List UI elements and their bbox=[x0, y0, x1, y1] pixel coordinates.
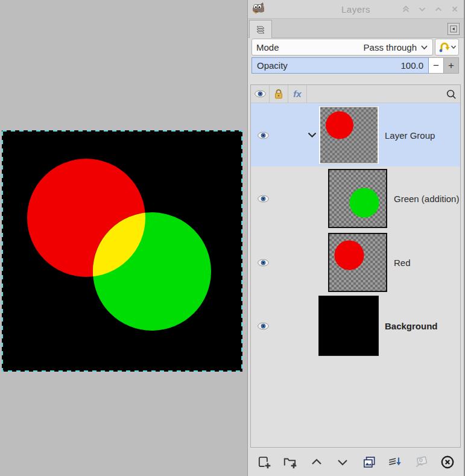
eye-icon bbox=[257, 195, 270, 203]
opacity-decrease-button[interactable]: − bbox=[429, 57, 444, 74]
collapse-dock-icon[interactable] bbox=[400, 4, 411, 14]
image-canvas[interactable] bbox=[2, 130, 242, 372]
search-layers-button[interactable] bbox=[442, 85, 460, 103]
visibility-toggle[interactable] bbox=[257, 322, 270, 330]
layer-name[interactable]: Red bbox=[394, 257, 411, 267]
lock-icon bbox=[274, 89, 283, 100]
visibility-toggle[interactable] bbox=[257, 258, 270, 267]
layers-toolbar bbox=[248, 448, 464, 476]
layer-row-red[interactable]: Red bbox=[251, 230, 460, 294]
layer-list: fx bbox=[250, 84, 461, 448]
eye-icon bbox=[254, 90, 267, 98]
raise-layer-button[interactable] bbox=[308, 453, 326, 471]
layer-name[interactable]: Layer Group bbox=[385, 130, 435, 140]
duplicate-layer-icon bbox=[361, 454, 377, 470]
eye-icon bbox=[257, 132, 270, 139]
merge-down-button[interactable] bbox=[386, 453, 404, 471]
delete-layer-button[interactable] bbox=[438, 453, 457, 471]
layer-row-green[interactable]: Green (addition) bbox=[251, 167, 460, 230]
list-header: fx bbox=[251, 85, 460, 103]
new-layer-icon bbox=[256, 454, 272, 470]
effects-column-header[interactable]: fx bbox=[288, 85, 307, 103]
merge-down-icon bbox=[387, 454, 403, 470]
mode-value: Pass through bbox=[364, 42, 417, 52]
opacity-value: 100.0 bbox=[400, 60, 423, 71]
duplicate-layer-button[interactable] bbox=[360, 453, 378, 471]
visibility-toggle[interactable] bbox=[257, 194, 270, 203]
tab-menu-button[interactable] bbox=[448, 23, 460, 35]
chevron-down-icon bbox=[335, 455, 350, 469]
opacity-row: Opacity 100.0 − + bbox=[251, 57, 459, 74]
delete-layer-icon bbox=[440, 454, 455, 470]
visibility-column-header[interactable] bbox=[251, 85, 270, 103]
chevron-up-icon bbox=[309, 455, 324, 469]
shade-up-icon[interactable] bbox=[433, 4, 444, 14]
anchor-layer-button[interactable] bbox=[413, 453, 431, 471]
gimp-wilber-icon bbox=[251, 1, 266, 17]
layer-thumbnail[interactable] bbox=[328, 169, 387, 228]
shade-down-icon[interactable] bbox=[417, 4, 428, 14]
layers-stack-icon bbox=[254, 24, 267, 35]
layer-thumbnail[interactable] bbox=[328, 233, 387, 292]
layers-dialog: Layers bbox=[247, 0, 465, 476]
layer-thumbnail[interactable] bbox=[319, 106, 379, 164]
opacity-increase-button[interactable]: + bbox=[444, 57, 459, 74]
chevron-down-icon bbox=[420, 45, 428, 50]
layer-name[interactable]: Background bbox=[385, 320, 438, 331]
layer-thumbnail[interactable] bbox=[318, 296, 379, 356]
composited-image bbox=[2, 130, 242, 372]
header-spacer bbox=[307, 85, 442, 103]
layer-mode-select[interactable]: Mode Pass through bbox=[251, 39, 433, 56]
layer-row-group[interactable]: Layer Group bbox=[251, 103, 460, 167]
dialog-titlebar[interactable]: Layers bbox=[248, 0, 464, 19]
dock-tab-row bbox=[248, 19, 464, 38]
lock-column-header[interactable] bbox=[270, 85, 288, 103]
search-icon bbox=[446, 89, 457, 100]
window-buttons bbox=[400, 0, 460, 18]
opacity-slider[interactable]: Opacity 100.0 bbox=[251, 57, 429, 74]
visibility-toggle[interactable] bbox=[257, 131, 270, 139]
layer-name[interactable]: Green (addition) bbox=[394, 194, 459, 204]
anchor-layer-icon bbox=[414, 454, 429, 470]
group-expand-toggle[interactable] bbox=[307, 130, 317, 141]
tab-layers[interactable] bbox=[249, 20, 272, 38]
new-layer-group-icon bbox=[282, 454, 298, 470]
fx-icon: fx bbox=[293, 89, 301, 99]
chevron-down-icon bbox=[451, 45, 457, 49]
opacity-label: Opacity bbox=[257, 60, 288, 71]
switch-mode-group-icon bbox=[438, 41, 450, 53]
eye-icon bbox=[257, 322, 270, 330]
eye-icon bbox=[257, 259, 270, 267]
mode-label: Mode bbox=[256, 42, 279, 52]
new-layer-group-button[interactable] bbox=[281, 453, 299, 471]
lower-layer-button[interactable] bbox=[334, 453, 352, 471]
chevron-down-icon bbox=[307, 132, 317, 138]
close-icon[interactable] bbox=[449, 4, 460, 14]
mode-group-switch-button[interactable] bbox=[435, 39, 459, 56]
layer-row-background[interactable]: Background bbox=[251, 294, 460, 357]
new-layer-button[interactable] bbox=[255, 453, 273, 471]
mode-row: Mode Pass through bbox=[251, 39, 459, 56]
left-triangle-icon bbox=[450, 25, 457, 33]
